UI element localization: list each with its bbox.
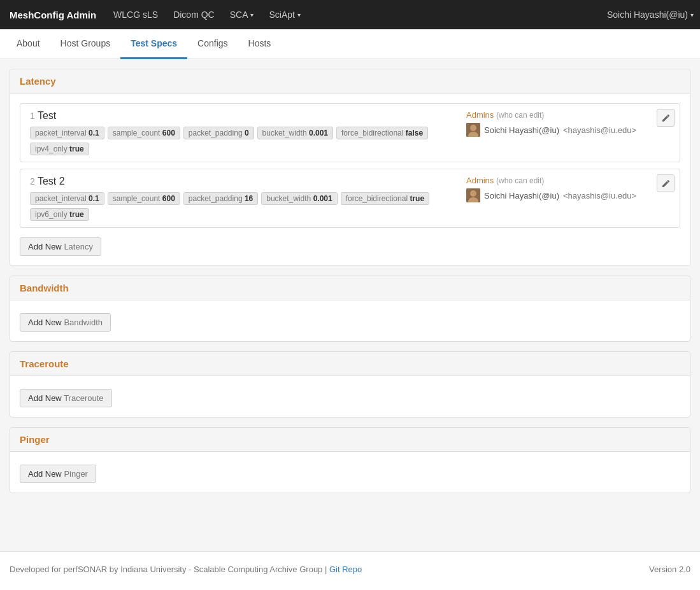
tag-packet-interval-1: packet_interval 0.1 bbox=[30, 127, 104, 139]
edit-icon bbox=[662, 114, 670, 122]
bandwidth-section-body: Add New Bandwidth bbox=[10, 300, 690, 341]
navbar-item-dicom[interactable]: Dicom QC bbox=[166, 0, 222, 29]
tag-force-bidirectional-2: force_bidirectional true bbox=[341, 192, 429, 205]
tag-packet-padding-1: packet_padding 0 bbox=[183, 127, 254, 139]
bandwidth-section: Bandwidth Add New Bandwidth bbox=[10, 276, 690, 342]
tag-bucket-width-2: bucket_width 0.001 bbox=[261, 192, 337, 205]
sca-caret-icon: ▾ bbox=[250, 11, 254, 18]
latency-test-1-right: Admins (who can edit) Soi bbox=[466, 110, 670, 137]
svg-point-1 bbox=[470, 125, 476, 131]
add-new-bandwidth-button[interactable]: Add New Bandwidth bbox=[20, 313, 111, 332]
latency-section: Latency 1 Test bbox=[10, 69, 690, 266]
navbar-item-sca[interactable]: SCA ▾ bbox=[222, 0, 262, 29]
latency-test-2-name: 2 Test 2 bbox=[30, 176, 454, 187]
admin-avatar-1 bbox=[466, 123, 480, 137]
add-new-pinger-button[interactable]: Add New Pinger bbox=[20, 465, 96, 483]
tag-ipv6-only-2: ipv6_only true bbox=[30, 208, 89, 221]
tab-test-specs[interactable]: Test Specs bbox=[120, 29, 187, 59]
main-content: Latency 1 Test bbox=[0, 59, 700, 551]
tag-ipv4-only-1: ipv4_only true bbox=[30, 143, 89, 155]
tab-hosts[interactable]: Hosts bbox=[238, 29, 282, 59]
tag-sample-count-2: sample_count 600 bbox=[108, 192, 180, 205]
latency-test-2-admins-label: Admins (who can edit) bbox=[466, 176, 670, 185]
bandwidth-section-header: Bandwidth bbox=[10, 276, 690, 300]
pinger-section-header: Pinger bbox=[10, 428, 690, 452]
admin-email-1: <hayashis@iu.edu> bbox=[563, 125, 636, 135]
latency-test-1-tags: packet_interval 0.1 sample_count 600 pac… bbox=[30, 127, 454, 155]
tab-about[interactable]: About bbox=[6, 29, 50, 59]
navbar-brand[interactable]: MeshConfig Admin bbox=[6, 10, 106, 20]
latency-test-1-left: 1 Test packet_interval 0.1 sample_count … bbox=[30, 110, 454, 155]
tag-packet-padding-2: packet_padding 16 bbox=[183, 192, 258, 205]
latency-section-body: 1 Test packet_interval 0.1 sample_count … bbox=[10, 94, 690, 265]
add-new-latency-button[interactable]: Add New Latency bbox=[20, 237, 101, 256]
add-new-traceroute-button[interactable]: Add New Traceroute bbox=[20, 389, 112, 407]
admin-name-2: Soichi Hayashi(@iu) bbox=[484, 191, 559, 200]
latency-test-1-admin-row: Soichi Hayashi(@iu) <hayashis@iu.edu> bbox=[466, 123, 670, 137]
admin-avatar-2 bbox=[466, 188, 480, 202]
latency-test-2: 2 Test 2 packet_interval 0.1 sample_coun… bbox=[20, 169, 680, 228]
latency-section-header: Latency bbox=[10, 69, 690, 94]
tag-packet-interval-2: packet_interval 0.1 bbox=[30, 192, 104, 205]
latency-test-1-admins-label: Admins (who can edit) bbox=[466, 110, 670, 120]
footer-git-repo-link[interactable]: Git Repo bbox=[329, 565, 362, 574]
latency-test-2-left: 2 Test 2 packet_interval 0.1 sample_coun… bbox=[30, 176, 454, 221]
admin-email-2: <hayashis@iu.edu> bbox=[563, 191, 636, 200]
pinger-section: Pinger Add New Pinger bbox=[10, 427, 690, 493]
latency-test-2-header: 2 Test 2 packet_interval 0.1 sample_coun… bbox=[30, 176, 670, 221]
latency-test-1-edit-button[interactable] bbox=[657, 109, 675, 127]
tab-configs[interactable]: Configs bbox=[187, 29, 238, 59]
tag-sample-count-1: sample_count 600 bbox=[108, 127, 180, 139]
navbar-right: Soichi Hayashi(@iu) ▾ bbox=[607, 10, 694, 20]
sciapt-caret-icon: ▾ bbox=[297, 11, 301, 18]
edit-icon-2 bbox=[662, 179, 670, 188]
latency-test-2-edit-button[interactable] bbox=[657, 174, 675, 192]
tag-force-bidirectional-1: force_bidirectional false bbox=[336, 127, 428, 139]
traceroute-section-body: Add New Traceroute bbox=[10, 376, 690, 417]
traceroute-section-header: Traceroute bbox=[10, 352, 690, 376]
latency-test-1: 1 Test packet_interval 0.1 sample_count … bbox=[20, 103, 680, 162]
latency-test-2-right: Admins (who can edit) Soi bbox=[466, 176, 670, 202]
admin-name-1: Soichi Hayashi(@iu) bbox=[484, 125, 559, 135]
latency-test-2-tags: packet_interval 0.1 sample_count 600 pac… bbox=[30, 192, 454, 221]
navbar-item-sciapt[interactable]: SciApt ▾ bbox=[261, 0, 308, 29]
latency-test-2-admin-row: Soichi Hayashi(@iu) <hayashis@iu.edu> bbox=[466, 188, 670, 202]
latency-test-1-header: 1 Test packet_interval 0.1 sample_count … bbox=[30, 110, 670, 155]
footer-left: Developed for perfSONAR by Indiana Unive… bbox=[10, 565, 362, 574]
traceroute-section: Traceroute Add New Traceroute bbox=[10, 351, 690, 418]
user-caret-icon: ▾ bbox=[690, 11, 694, 18]
navbar-item-wlcg[interactable]: WLCG sLS bbox=[106, 0, 166, 29]
navbar-user[interactable]: Soichi Hayashi(@iu) ▾ bbox=[607, 10, 694, 20]
footer-version: Version 2.0 bbox=[649, 565, 690, 574]
navbar: MeshConfig Admin WLCG sLS Dicom QC SCA ▾… bbox=[0, 0, 700, 29]
tag-bucket-width-1: bucket_width 0.001 bbox=[257, 127, 333, 139]
footer: Developed for perfSONAR by Indiana Unive… bbox=[0, 551, 700, 587]
tabs-container: About Host Groups Test Specs Configs Hos… bbox=[0, 29, 700, 59]
tab-host-groups[interactable]: Host Groups bbox=[50, 29, 121, 59]
latency-test-1-name: 1 Test bbox=[30, 110, 454, 122]
pinger-section-body: Add New Pinger bbox=[10, 452, 690, 493]
svg-point-4 bbox=[470, 190, 476, 197]
